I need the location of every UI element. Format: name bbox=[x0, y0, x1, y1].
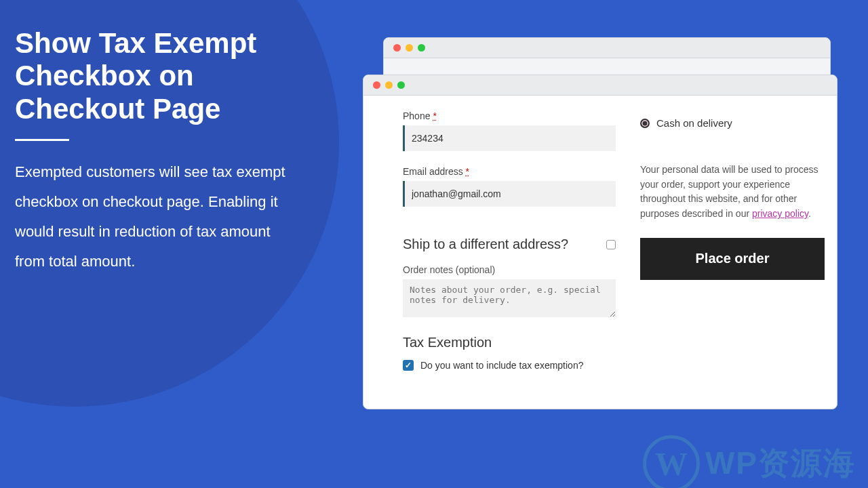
watermark-logo: W WP资源海 bbox=[643, 435, 856, 488]
tax-exemption-title: Tax Exemption bbox=[403, 335, 616, 350]
order-notes-label: Order notes (optional) bbox=[403, 264, 616, 275]
watermark-text: WP资源海 bbox=[705, 443, 856, 485]
ship-different-address-row: Ship to a different address? bbox=[403, 237, 616, 252]
minimize-icon[interactable] bbox=[385, 81, 393, 89]
tax-exemption-label: Do you want to include tax exemption? bbox=[420, 360, 583, 371]
promo-description: Exempted customers will see tax exempt c… bbox=[15, 157, 286, 277]
phone-label-text: Phone bbox=[403, 110, 430, 121]
privacy-policy-link[interactable]: privacy policy bbox=[752, 208, 808, 219]
checkout-left-column: Phone * Email address * Ship to a differ… bbox=[403, 110, 633, 396]
email-label: Email address * bbox=[403, 166, 616, 177]
close-icon[interactable] bbox=[393, 44, 401, 52]
minimize-icon[interactable] bbox=[406, 44, 413, 52]
privacy-notice: Your personal data will be used to proce… bbox=[640, 163, 825, 222]
close-icon[interactable] bbox=[373, 81, 380, 89]
window-titlebar bbox=[384, 38, 830, 58]
maximize-icon[interactable] bbox=[418, 44, 425, 52]
tax-exemption-checkbox[interactable]: ✓ bbox=[403, 360, 414, 371]
maximize-icon[interactable] bbox=[397, 81, 405, 89]
phone-field[interactable] bbox=[403, 125, 616, 151]
checkout-content: Phone * Email address * Ship to a differ… bbox=[363, 96, 837, 409]
promo-panel: Show Tax Exempt Checkbox on Checkout Pag… bbox=[15, 27, 286, 277]
email-field[interactable] bbox=[403, 181, 616, 207]
payment-radio[interactable] bbox=[640, 119, 650, 128]
promo-title: Show Tax Exempt Checkbox on Checkout Pag… bbox=[15, 27, 286, 125]
place-order-button[interactable]: Place order bbox=[640, 238, 825, 280]
ship-title: Ship to a different address? bbox=[403, 237, 568, 252]
ship-checkbox[interactable] bbox=[606, 240, 616, 249]
tax-exemption-row: ✓ Do you want to include tax exemption? bbox=[403, 360, 616, 371]
promo-divider bbox=[15, 139, 69, 141]
payment-label: Cash on delivery bbox=[656, 117, 732, 129]
window-titlebar bbox=[363, 75, 837, 96]
order-notes-field[interactable] bbox=[403, 279, 616, 317]
phone-label: Phone * bbox=[403, 110, 616, 121]
checkout-window: Phone * Email address * Ship to a differ… bbox=[363, 75, 837, 409]
wordpress-icon: W bbox=[643, 435, 700, 488]
payment-method-row: Cash on delivery bbox=[640, 117, 825, 129]
privacy-suffix: . bbox=[808, 208, 811, 219]
email-label-text: Email address bbox=[403, 166, 463, 177]
checkout-right-column: Cash on delivery Your personal data will… bbox=[633, 110, 825, 396]
required-icon: * bbox=[466, 166, 469, 177]
required-icon: * bbox=[433, 110, 436, 121]
